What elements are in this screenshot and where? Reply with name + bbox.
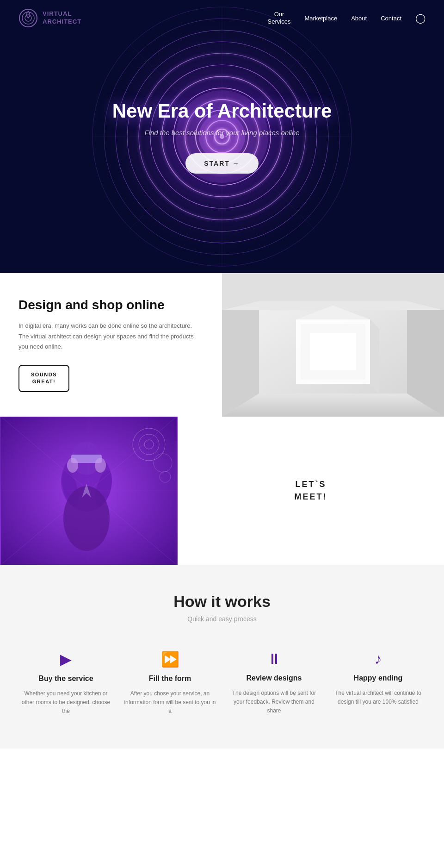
- review-icon: ⏸: [267, 650, 282, 668]
- logo-icon: [18, 8, 38, 28]
- step-review: ⏸ Review designs The design options will…: [228, 650, 321, 716]
- how-steps: ▶ Buy the service Whether you need your …: [18, 650, 426, 716]
- buy-title: Buy the service: [38, 674, 93, 683]
- svg-marker-24: [222, 393, 444, 417]
- fill-title: Fill the form: [149, 674, 191, 683]
- user-icon[interactable]: ◯: [415, 12, 426, 24]
- svg-marker-31: [370, 319, 379, 393]
- start-button[interactable]: START →: [185, 153, 259, 174]
- how-it-works-section: How it works Quick and easy process ▶ Bu…: [0, 565, 444, 749]
- navbar: VIRTUALARCHITECT OurServices Marketplace…: [0, 0, 444, 36]
- fill-icon: ⏩: [161, 650, 179, 668]
- svg-point-45: [67, 458, 78, 473]
- hero-subtitle: Find the best solutions for your living …: [112, 129, 332, 137]
- review-desc: The design options will be sent for your…: [228, 689, 321, 716]
- step-buy: ▶ Buy the service Whether you need your …: [20, 650, 112, 716]
- step-fill: ⏩ Fill the form After you chose your ser…: [124, 650, 216, 716]
- vr-left: [0, 417, 178, 565]
- happy-title: Happy ending: [354, 674, 403, 682]
- logo-text: VIRTUALARCHITECT: [43, 10, 81, 26]
- nav-links: OurServices Marketplace About Contact ◯: [268, 11, 426, 25]
- nav-link-about[interactable]: About: [351, 15, 367, 22]
- nav-link-marketplace[interactable]: Marketplace: [304, 15, 337, 22]
- lets-meet-text: LET`S MEET!: [295, 478, 327, 503]
- hero-content: New Era of Architecture Find the best so…: [112, 100, 332, 174]
- vr-right: LET`S MEET!: [178, 417, 444, 565]
- buy-desc: Whether you need your kitchen or other r…: [20, 689, 112, 716]
- vr-section: LET`S MEET!: [0, 417, 444, 565]
- happy-icon: ♪: [375, 650, 382, 668]
- design-left: Design and shop online In digital era, m…: [0, 273, 222, 417]
- design-title: Design and shop online: [18, 298, 204, 312]
- hero-title: New Era of Architecture: [112, 100, 332, 122]
- sounds-great-button[interactable]: SOUNDSGREAT!: [18, 365, 69, 392]
- svg-rect-33: [310, 333, 356, 370]
- how-subtitle: Quick and easy process: [18, 615, 426, 623]
- nav-link-our-services[interactable]: OurServices: [268, 11, 291, 25]
- buy-icon: ▶: [60, 650, 72, 668]
- hero-section: New Era of Architecture Find the best so…: [0, 0, 444, 273]
- arch-visual: [222, 273, 444, 417]
- step-happy: ♪ Happy ending The virtual architect wil…: [332, 650, 425, 716]
- design-section: Design and shop online In digital era, m…: [0, 273, 444, 417]
- how-title: How it works: [18, 593, 426, 611]
- fill-desc: After you chose your service, an informa…: [124, 689, 216, 716]
- vr-visual: [0, 417, 178, 565]
- svg-point-46: [95, 458, 106, 473]
- happy-desc: The virtual architect will continue to d…: [332, 689, 425, 706]
- design-body: In digital era, many works can be done o…: [18, 321, 204, 351]
- svg-point-51: [63, 486, 110, 551]
- nav-link-contact[interactable]: Contact: [381, 15, 401, 22]
- design-right: [222, 273, 444, 417]
- review-title: Review designs: [246, 674, 302, 682]
- logo[interactable]: VIRTUALARCHITECT: [18, 8, 81, 28]
